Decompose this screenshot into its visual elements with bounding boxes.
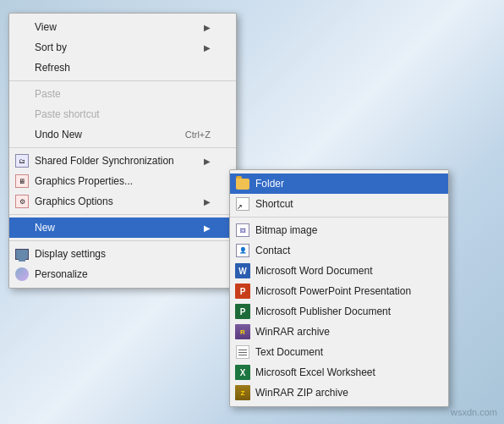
graphics-options-icon: ⚙	[13, 192, 31, 211]
menu-item-refresh-label: Refresh	[35, 62, 70, 74]
submenu-item-folder[interactable]: Folder	[230, 173, 448, 194]
submenu-item-publisher-label: Microsoft Publisher Document	[255, 306, 391, 317]
submenu-item-shortcut-label: Shortcut	[255, 198, 293, 210]
shared-folder-icon: 🗂	[13, 151, 31, 170]
contact-icon: 👤	[233, 241, 252, 260]
submenu-separator-1	[230, 217, 448, 218]
menu-item-sort-by-label: Sort by	[35, 41, 67, 53]
menu-item-view[interactable]: View ▶	[9, 17, 236, 37]
submenu-item-word[interactable]: W Microsoft Word Document	[230, 261, 448, 281]
separator-1	[9, 80, 236, 81]
folder-icon	[233, 174, 252, 193]
menu-item-shared-folder-label: Shared Folder Synchronization	[35, 155, 174, 167]
menu-item-undo-new[interactable]: Undo New Ctrl+Z	[9, 124, 236, 145]
personalize-icon	[13, 265, 31, 284]
arrow-icon: ▶	[204, 43, 211, 52]
submenu-item-shortcut[interactable]: Shortcut	[230, 194, 448, 214]
menu-item-new[interactable]: New ▶	[9, 218, 236, 238]
submenu-item-excel-label: Microsoft Excel Worksheet	[255, 366, 375, 378]
menu-item-undo-new-label: Undo New	[35, 129, 82, 140]
arrow-icon: ▶	[204, 23, 211, 32]
menu-item-personalize[interactable]: Personalize	[9, 264, 236, 284]
text-doc-icon	[233, 343, 252, 361]
submenu-item-rar-label: WinRAR archive	[255, 326, 330, 338]
submenu-item-zip[interactable]: Z WinRAR ZIP archive	[230, 383, 448, 403]
arrow-icon: ▶	[204, 223, 211, 233]
submenu-item-word-label: Microsoft Word Document	[255, 265, 373, 277]
menu-item-refresh[interactable]: Refresh	[9, 58, 236, 78]
menu-item-display-settings-label: Display settings	[35, 248, 106, 260]
separator-4	[9, 240, 236, 241]
site-watermark: wsxdn.com	[451, 407, 497, 417]
menu-item-graphics-options-label: Graphics Options	[35, 195, 113, 207]
menu-item-new-label: New	[35, 222, 55, 234]
excel-icon: X	[233, 363, 252, 382]
menu-item-personalize-label: Personalize	[35, 268, 88, 280]
separator-2	[9, 147, 236, 148]
zip-icon: Z	[233, 383, 252, 402]
menu-item-paste[interactable]: Paste	[9, 84, 236, 104]
submenu-item-excel[interactable]: X Microsoft Excel Worksheet	[230, 362, 448, 383]
bitmap-icon: 🖼	[233, 221, 252, 240]
menu-item-paste-label: Paste	[35, 88, 61, 100]
graphics-properties-icon: 🖥	[13, 172, 31, 190]
publisher-icon: P	[233, 302, 252, 321]
shortcut-icon	[233, 195, 252, 213]
submenu-item-rar[interactable]: R WinRAR archive	[230, 322, 448, 342]
menu-item-paste-shortcut[interactable]: Paste shortcut	[9, 104, 236, 124]
menu-item-graphics-properties-label: Graphics Properties...	[35, 175, 133, 187]
rar-icon: R	[233, 322, 252, 341]
menu-item-shared-folder[interactable]: 🗂 Shared Folder Synchronization ▶	[9, 151, 236, 171]
menu-item-sort-by[interactable]: Sort by ▶	[9, 37, 236, 58]
undo-new-shortcut: Ctrl+Z	[185, 129, 211, 140]
menu-item-display-settings[interactable]: Display settings	[9, 244, 236, 264]
menu-item-paste-shortcut-label: Paste shortcut	[35, 108, 100, 120]
submenu-item-publisher[interactable]: P Microsoft Publisher Document	[230, 301, 448, 322]
desktop: A PULS View ▶ Sort by ▶ Refresh Paste Pa…	[0, 0, 504, 424]
display-settings-icon	[13, 245, 31, 263]
submenu-item-contact[interactable]: 👤 Contact	[230, 240, 448, 261]
separator-3	[9, 214, 236, 215]
context-menu: View ▶ Sort by ▶ Refresh Paste Paste sho…	[8, 13, 237, 289]
submenu-item-bitmap-label: Bitmap image	[255, 224, 317, 236]
arrow-icon: ▶	[204, 197, 211, 206]
submenu-item-text-label: Text Document	[255, 346, 323, 358]
submenu-item-ppt-label: Microsoft PowerPoint Presentation	[255, 285, 411, 297]
submenu-item-text[interactable]: Text Document	[230, 342, 448, 362]
menu-item-view-label: View	[35, 21, 57, 33]
submenu-new: Folder Shortcut 🖼 Bitmap image 👤 Contact…	[229, 169, 449, 407]
submenu-item-contact-label: Contact	[255, 245, 290, 256]
submenu-item-ppt[interactable]: P Microsoft PowerPoint Presentation	[230, 281, 448, 301]
submenu-item-zip-label: WinRAR ZIP archive	[255, 387, 348, 399]
ppt-icon: P	[233, 282, 252, 300]
submenu-item-bitmap[interactable]: 🖼 Bitmap image	[230, 220, 448, 240]
submenu-item-folder-label: Folder	[255, 178, 284, 190]
menu-item-graphics-properties[interactable]: 🖥 Graphics Properties...	[9, 171, 236, 191]
menu-item-graphics-options[interactable]: ⚙ Graphics Options ▶	[9, 191, 236, 212]
word-icon: W	[233, 262, 252, 280]
arrow-icon: ▶	[204, 157, 211, 166]
